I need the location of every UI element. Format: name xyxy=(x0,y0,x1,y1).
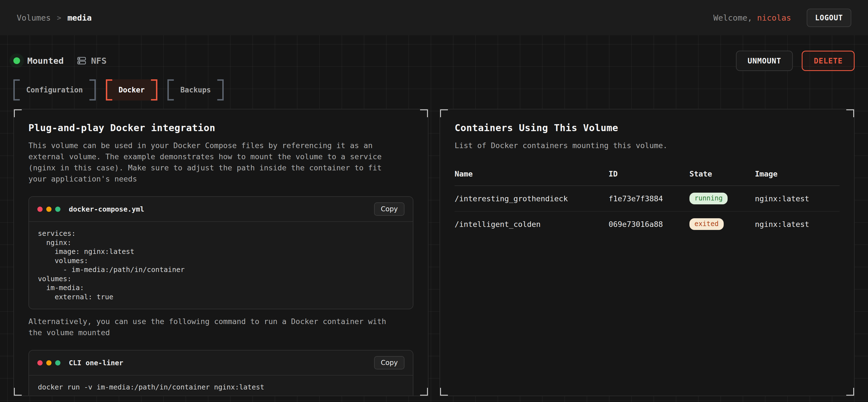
panel-corner-icon xyxy=(440,388,448,396)
cli-intro-text: Alternatively, you can use the following… xyxy=(28,316,403,338)
column-header-name: Name xyxy=(455,170,609,186)
green-dot-icon xyxy=(55,207,60,212)
cli-code-header: CLI one-liner Copy xyxy=(29,350,413,375)
mount-status-label: Mounted xyxy=(27,56,64,66)
docker-integration-panel: Plug-and-play Docker integration This vo… xyxy=(13,109,428,396)
docker-panel-description: This volume can be used in your Docker C… xyxy=(28,140,403,185)
container-name: /intelligent_colden xyxy=(455,211,609,237)
panel-corner-icon xyxy=(13,109,22,117)
red-dot-icon xyxy=(37,360,42,366)
compose-filename: docker-compose.yml xyxy=(69,205,144,213)
filesystem-type: NFS xyxy=(76,56,107,66)
cli-title: CLI one-liner xyxy=(69,359,123,367)
compose-code-header: docker-compose.yml Copy xyxy=(29,197,413,222)
mounted-status-dot-icon xyxy=(13,57,20,64)
containers-table: Name ID State Image /interesting_grothen… xyxy=(455,170,840,237)
compose-code-block: docker-compose.yml Copy services: nginx:… xyxy=(28,196,413,309)
compose-copy-button[interactable]: Copy xyxy=(374,202,404,216)
container-id: f1e73e7f3884 xyxy=(609,186,689,211)
welcome-prefix: Welcome, xyxy=(713,13,757,23)
container-image: nginx:latest xyxy=(755,211,840,237)
green-dot-icon xyxy=(55,360,60,366)
containers-panel: Containers Using This Volume List of Doc… xyxy=(440,109,855,396)
compose-code-text: services: nginx: image: nginx:latest vol… xyxy=(29,222,413,309)
breadcrumb-separator-icon: > xyxy=(57,14,61,22)
container-image: nginx:latest xyxy=(755,186,840,211)
containers-panel-title: Containers Using This Volume xyxy=(455,122,840,133)
table-row: /interesting_grothendieck f1e73e7f3884 r… xyxy=(455,186,840,211)
traffic-light-icons xyxy=(37,207,60,212)
table-row: /intelligent_colden 069e73016a88 exited … xyxy=(455,211,840,237)
panel-corner-icon xyxy=(420,388,428,396)
username: nicolas xyxy=(757,13,791,23)
volume-actions: UNMOUNT DELETE xyxy=(736,51,855,71)
welcome-text: Welcome, nicolas xyxy=(713,13,791,23)
red-dot-icon xyxy=(37,207,42,212)
status-badge: exited xyxy=(689,218,724,230)
logout-button[interactable]: LOGOUT xyxy=(807,9,851,27)
docker-panel-title: Plug-and-play Docker integration xyxy=(28,122,413,133)
column-header-image: Image xyxy=(755,170,840,186)
container-id: 069e73016a88 xyxy=(609,211,689,237)
panel-corner-icon xyxy=(846,388,855,396)
cli-copy-button[interactable]: Copy xyxy=(374,356,404,369)
amber-dot-icon xyxy=(46,207,52,212)
panel-corner-icon xyxy=(846,109,855,117)
header-right: Welcome, nicolas LOGOUT xyxy=(713,9,851,27)
volume-status-bar: Mounted NFS UNMOUNT DELETE xyxy=(13,35,855,70)
breadcrumb-current-volume: media xyxy=(67,13,92,23)
cli-code-text: docker run -v im-media:/path/in/containe… xyxy=(29,375,413,396)
status-badge: running xyxy=(689,193,727,204)
column-header-id: ID xyxy=(609,170,689,186)
top-bar: Volumes > media Welcome, nicolas LOGOUT xyxy=(0,0,868,35)
tab-docker[interactable]: Docker xyxy=(106,79,158,100)
cli-code-body: docker run -v im-media:/path/in/containe… xyxy=(29,375,413,396)
containers-panel-description: List of Docker containers mounting this … xyxy=(455,140,829,151)
tab-bar: Configuration Docker Backups xyxy=(13,79,855,100)
container-name: /interesting_grothendieck xyxy=(455,186,609,211)
table-header-row: Name ID State Image xyxy=(455,170,840,186)
delete-button[interactable]: DELETE xyxy=(802,51,855,71)
panels-row: Plug-and-play Docker integration This vo… xyxy=(13,109,855,396)
tab-backups[interactable]: Backups xyxy=(167,79,224,100)
breadcrumb: Volumes > media xyxy=(17,13,92,23)
unmount-button[interactable]: UNMOUNT xyxy=(736,51,793,71)
traffic-light-icons xyxy=(37,360,60,366)
main-content: Mounted NFS UNMOUNT DELETE Configuration… xyxy=(0,35,868,402)
amber-dot-icon xyxy=(46,360,52,366)
column-header-state: State xyxy=(689,170,755,186)
breadcrumb-volumes-link[interactable]: Volumes xyxy=(17,13,51,23)
fs-type-label: NFS xyxy=(91,56,107,66)
panel-corner-icon xyxy=(420,109,428,117)
panel-corner-icon xyxy=(440,109,448,117)
cli-code-block: CLI one-liner Copy docker run -v im-medi… xyxy=(28,350,413,396)
tab-configuration[interactable]: Configuration xyxy=(13,79,96,100)
server-stack-icon xyxy=(76,56,87,66)
panel-corner-icon xyxy=(13,388,22,396)
compose-code-body: services: nginx: image: nginx:latest vol… xyxy=(29,222,413,309)
